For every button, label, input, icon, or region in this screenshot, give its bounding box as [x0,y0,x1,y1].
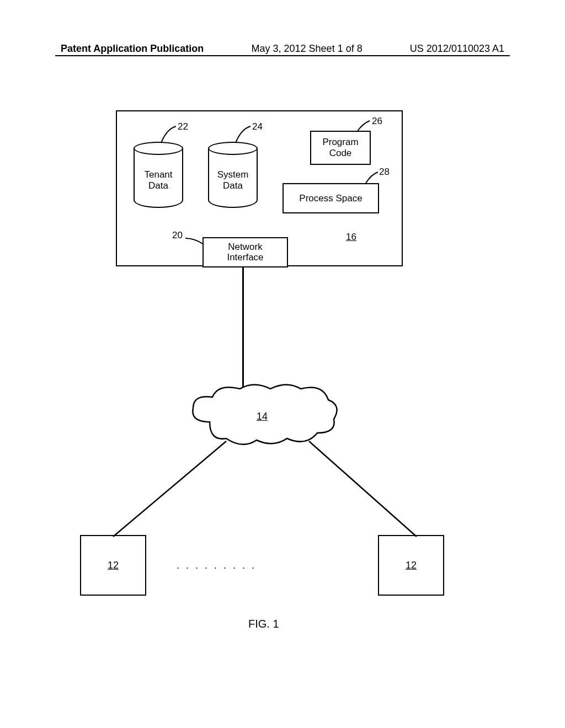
connector-cloud-to-right [301,438,428,540]
svg-line-0 [113,441,226,537]
leader-24 [233,124,255,146]
diagram-container: TenantData SystemData ProgramCode Proces… [0,110,565,651]
client-right-label: 12 [406,560,417,571]
leader-22 [158,124,180,146]
ellipsis-dots: ......... [177,560,261,571]
tenant-data-label: TenantData [134,148,183,208]
process-space-box: Process Space [282,183,379,213]
program-code-label: ProgramCode [322,137,358,159]
client-box-right: 12 [378,535,444,596]
header-doc-number: US 2012/0110023 A1 [410,43,504,55]
header-divider [55,55,510,56]
ref-20: 20 [172,230,183,241]
client-left-label: 12 [108,560,119,571]
leader-26 [354,118,376,135]
header-publication: Patent Application Publication [61,43,204,55]
tenant-data-cylinder: TenantData [134,142,183,208]
figure-label: FIG. 1 [248,618,279,630]
program-code-box: ProgramCode [310,131,371,165]
ref-16: 16 [346,232,356,243]
client-box-left: 12 [80,535,146,596]
network-interface-label: NetworkInterface [227,242,263,263]
svg-line-1 [309,441,417,537]
system-data-cylinder: SystemData [208,142,258,208]
header-date-sheet: May 3, 2012 Sheet 1 of 8 [252,43,363,55]
system-data-label: SystemData [208,148,258,208]
system-main-box: TenantData SystemData ProgramCode Proces… [116,110,403,266]
connector-main-to-cloud [242,266,244,390]
connector-cloud-to-left [108,438,234,540]
network-interface-box: NetworkInterface [202,237,288,267]
process-space-label: Process Space [299,193,362,204]
ref-14: 14 [257,411,268,422]
leader-28 [364,169,383,186]
